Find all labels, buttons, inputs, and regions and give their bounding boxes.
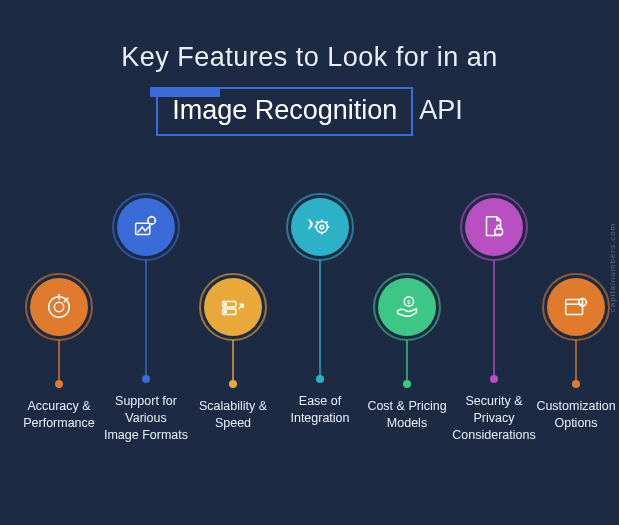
svg-point-1: [54, 302, 63, 311]
feature-circle: [30, 278, 88, 336]
svg-point-12: [404, 297, 413, 306]
connector-stem: [575, 340, 577, 380]
connector-stem: [232, 340, 234, 380]
svg-rect-7: [223, 309, 236, 315]
feature-label: Accuracy & Performance: [14, 398, 104, 432]
svg-rect-6: [223, 301, 236, 307]
feature-circle: [465, 198, 523, 256]
svg-rect-15: [566, 300, 583, 315]
svg-line-3: [64, 298, 69, 303]
title-line-2: Image Recognition API: [156, 87, 463, 136]
title-highlight-text: Image Recognition: [172, 95, 397, 125]
svg-point-10: [316, 221, 327, 232]
svg-point-5: [148, 217, 156, 225]
svg-text:$: $: [407, 299, 411, 305]
feature-scalability: Scalability & Speed: [188, 278, 278, 432]
watermark: capitalnumbers.com: [609, 222, 618, 312]
connector-dot: [316, 375, 324, 383]
feature-formats: Support for Various Image Formats: [101, 198, 191, 444]
feature-accuracy: Accuracy & Performance: [14, 278, 104, 432]
connector-dot: [490, 375, 498, 383]
document-lock-icon: [479, 212, 509, 242]
connector-stem: [319, 260, 321, 375]
servers-arrow-icon: [218, 292, 248, 322]
connector-dot: [572, 380, 580, 388]
feature-security: Security & Privacy Considerations: [449, 198, 539, 444]
feature-label: Customization Options: [531, 398, 619, 432]
connector-dot: [403, 380, 411, 388]
hand-coin-icon: $: [392, 292, 422, 322]
feature-label: Support for Various Image Formats: [101, 393, 191, 444]
connector-stem: [58, 340, 60, 380]
connector-stem: [145, 260, 147, 375]
svg-point-8: [225, 303, 227, 305]
connector-dot: [142, 375, 150, 383]
feature-circle: $: [378, 278, 436, 336]
title-line-1: Key Features to Look for in an: [0, 42, 619, 73]
connector-stem: [406, 340, 408, 380]
image-gear-icon: [131, 212, 161, 242]
feature-circle: [547, 278, 605, 336]
window-gear-icon: [561, 292, 591, 322]
svg-point-11: [320, 225, 324, 229]
highlight-accent-bar: [150, 87, 220, 97]
ai-gear-icon: [305, 212, 335, 242]
connector-dot: [229, 380, 237, 388]
title-suffix: API: [419, 95, 463, 125]
feature-label: Scalability & Speed: [188, 398, 278, 432]
feature-pricing: $ Cost & Pricing Models: [362, 278, 452, 432]
title-highlight: Image Recognition: [156, 87, 413, 136]
svg-point-0: [49, 297, 70, 318]
header: Key Features to Look for in an Image Rec…: [0, 0, 619, 136]
feature-integration: Ease of Integration: [275, 198, 365, 427]
svg-point-17: [579, 299, 587, 307]
feature-circle: [291, 198, 349, 256]
feature-circle: [204, 278, 262, 336]
feature-label: Ease of Integration: [275, 393, 365, 427]
feature-label: Security & Privacy Considerations: [449, 393, 539, 444]
features-row: Accuracy & Performance Support for Vario…: [0, 188, 619, 508]
connector-dot: [55, 380, 63, 388]
target-icon: [44, 292, 74, 322]
feature-label: Cost & Pricing Models: [362, 398, 452, 432]
connector-stem: [493, 260, 495, 375]
svg-rect-14: [495, 229, 503, 235]
feature-circle: [117, 198, 175, 256]
svg-rect-4: [136, 223, 150, 234]
svg-point-9: [225, 311, 227, 313]
feature-customization: Customization Options: [531, 278, 619, 432]
